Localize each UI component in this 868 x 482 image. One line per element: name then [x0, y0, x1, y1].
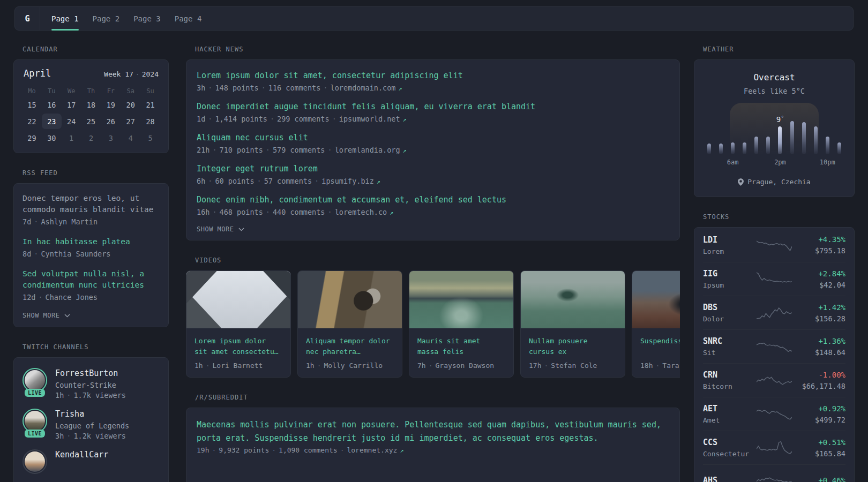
- video-card[interactable]: Nullam posuere cursus ex17h·Stefan Cole: [520, 270, 625, 378]
- calendar-day: 24: [62, 114, 81, 129]
- tab-page-4[interactable]: Page 4: [175, 7, 202, 30]
- item-domain[interactable]: ipsumify.biz: [321, 177, 374, 185]
- stock-price: $42.04: [792, 281, 845, 289]
- weather-location: Prague, Czechia: [747, 178, 810, 186]
- channel-name[interactable]: Trisha: [55, 409, 129, 419]
- weather-time-label: 2pm: [774, 159, 786, 166]
- channel-game: Counter-Strike: [55, 381, 126, 389]
- twitch-channel[interactable]: KendallCarr: [23, 449, 160, 474]
- external-link-icon: ↗: [403, 147, 407, 154]
- page-tabs: Page 1Page 2Page 3Page 4: [40, 7, 215, 30]
- separator-dot: ·: [325, 208, 335, 216]
- video-card[interactable]: Mauris sit amet massa felis7h·Grayson Da…: [409, 270, 514, 378]
- item-domain[interactable]: loremlandia.org: [335, 146, 400, 154]
- video-title[interactable]: Mauris sit amet massa felis: [417, 336, 505, 357]
- twitch-channel[interactable]: LIVETrishaLeague of Legends3h·1.2k viewe…: [23, 409, 160, 440]
- calendar-day: 16: [42, 97, 62, 112]
- hn-item-title[interactable]: Donec imperdiet augue tincidunt felis al…: [197, 101, 669, 112]
- video-title[interactable]: Suspendisse diam: [640, 336, 680, 357]
- rss-show-more-button[interactable]: SHOW MORE: [23, 312, 160, 319]
- video-title[interactable]: Aliquam tempor dolor nec pharetra…: [306, 336, 394, 357]
- weather-bar: [707, 144, 711, 154]
- item-comments: 1,090 comments: [279, 446, 338, 454]
- video-meta: 1h·Lori Barnett: [194, 362, 282, 370]
- stock-price: $795.18: [792, 246, 845, 255]
- stock-values: +0.92%$499.72: [792, 404, 845, 424]
- stock-sparkline: [757, 473, 792, 482]
- videos-section-title: VIDEOS: [195, 257, 680, 264]
- weather-time-label: 10pm: [820, 159, 835, 166]
- separator-dot: ·: [133, 70, 142, 78]
- stock-ticker: LDI: [703, 235, 757, 245]
- stock-row[interactable]: DBSDolor+1.42%$156.28: [703, 296, 845, 329]
- video-title[interactable]: Lorem ipsum dolor sit amet consectetu…: [194, 336, 282, 357]
- stock-change: +4.35%: [792, 235, 845, 244]
- rss-item-title[interactable]: Sed volutpat nulla nisl, a condimentum n…: [23, 268, 160, 291]
- twitch-channel-list: LIVEForrestBurtonCounter-Strike1h·1.7k v…: [23, 368, 160, 474]
- weather-bar-slot: [802, 122, 806, 154]
- stock-row[interactable]: IIGIpsum+2.84%$42.04: [703, 262, 845, 296]
- stock-row[interactable]: AHS+0.46%: [703, 464, 845, 482]
- calendar-day-selected: 23: [42, 114, 62, 129]
- channel-name[interactable]: ForrestBurton: [55, 368, 126, 378]
- calendar-weekday: We: [62, 85, 81, 97]
- item-domain[interactable]: loremdomain.com: [331, 84, 396, 92]
- app-logo[interactable]: G: [15, 7, 40, 30]
- stock-price: $148.64: [792, 348, 845, 357]
- stock-row[interactable]: AETAmet+0.92%$499.72: [703, 397, 845, 431]
- subreddit-post-title[interactable]: Maecenas mollis pulvinar erat non posuer…: [197, 418, 669, 445]
- tab-page-3[interactable]: Page 3: [133, 7, 161, 30]
- stock-price: $156.28: [792, 314, 845, 323]
- channel-name[interactable]: KendallCarr: [55, 449, 108, 460]
- stock-row[interactable]: CRNBitcorn-1.00%$66,171.48: [703, 363, 845, 397]
- hn-item-title[interactable]: Integer eget rutrum lorem: [197, 163, 669, 175]
- stock-sparkline: [757, 237, 792, 253]
- weather-bar: [837, 142, 841, 154]
- stock-change: +0.92%: [792, 404, 845, 413]
- video-card[interactable]: Aliquam tempor dolor nec pharetra…1h·Mol…: [297, 270, 402, 378]
- twitch-channel[interactable]: LIVEForrestBurtonCounter-Strike1h·1.7k v…: [23, 368, 160, 400]
- calendar-day: 28: [140, 114, 160, 129]
- item-age: 17h: [529, 362, 541, 370]
- hn-show-more-button[interactable]: SHOW MORE: [197, 225, 669, 233]
- stream-age: 1h: [55, 391, 64, 400]
- hn-item-title[interactable]: Donec enim nibh, condimentum et accumsan…: [197, 194, 669, 206]
- rss-item-title[interactable]: Donec tempor eros leo, ut commodo mauris…: [23, 193, 160, 215]
- separator-dot: ·: [255, 177, 264, 185]
- rss-item: Donec tempor eros leo, ut commodo mauris…: [23, 193, 160, 226]
- rss-item-meta: 12d·Chance Jones: [23, 293, 160, 302]
- stock-row[interactable]: CCSConsectetur+0.51%$165.84: [703, 431, 845, 464]
- stock-values: +1.42%$156.28: [792, 303, 845, 323]
- separator-dot: ·: [205, 84, 215, 92]
- video-card[interactable]: Suspendisse diam18h·Tara Sanders: [632, 270, 680, 378]
- separator-dot: ·: [312, 177, 321, 185]
- hn-item-title[interactable]: Aliquam nec cursus elit: [197, 132, 669, 144]
- video-card[interactable]: Lorem ipsum dolor sit amet consectetu…1h…: [186, 270, 291, 378]
- degree-symbol: °: [781, 115, 784, 121]
- stock-row[interactable]: LDILorem+4.35%$795.18: [703, 228, 845, 262]
- calendar-weekday: Sa: [121, 85, 140, 97]
- channel-meta: 1h·1.7k viewers: [55, 391, 126, 400]
- weather-bar: [743, 142, 746, 154]
- calendar-month: April: [24, 68, 51, 79]
- stream-age: 3h: [55, 432, 64, 440]
- hn-item-title[interactable]: Lorem ipsum dolor sit amet, consectetur …: [197, 70, 669, 81]
- video-title[interactable]: Nullam posuere cursus ex: [529, 336, 617, 357]
- video-thumbnail: [298, 271, 402, 328]
- hn-item: Donec enim nibh, condimentum et accumsan…: [197, 194, 669, 216]
- item-domain[interactable]: ipsumworld.net: [339, 115, 400, 123]
- tab-page-2[interactable]: Page 2: [93, 7, 120, 30]
- stock-row[interactable]: SNRCSit+1.36%$148.64: [703, 329, 845, 363]
- stock-name: Dolor: [703, 315, 757, 323]
- separator-dot: ·: [31, 217, 41, 226]
- separator-dot: ·: [263, 146, 273, 154]
- item-domain[interactable]: loremtech.co: [335, 208, 387, 216]
- item-age: 12d: [23, 293, 35, 302]
- separator-dot: ·: [259, 84, 268, 92]
- rss-item-title[interactable]: In hac habitasse platea: [23, 236, 160, 247]
- video-card-body: Aliquam tempor dolor nec pharetra…1h·Mol…: [298, 328, 402, 377]
- item-domain[interactable]: loremnet.xyz: [347, 446, 397, 454]
- tab-page-1[interactable]: Page 1: [51, 7, 79, 30]
- stock-values: +0.51%$165.84: [792, 438, 845, 458]
- separator-dot: ·: [263, 208, 273, 216]
